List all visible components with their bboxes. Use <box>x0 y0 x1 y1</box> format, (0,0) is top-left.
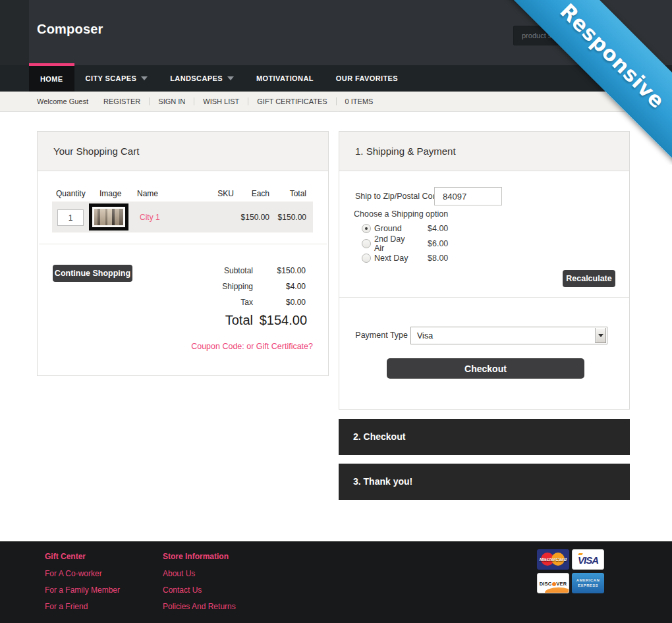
nav-item-label: MOTIVATIONAL <box>256 74 314 82</box>
shipping-option-next-day[interactable]: Next Day $8.00 <box>362 253 448 263</box>
recalculate-button[interactable]: Recalculate <box>563 270 615 287</box>
shopping-cart-panel: Your Shopping Cart Quantity Image Name S… <box>37 131 329 376</box>
product-thumbnail[interactable] <box>89 203 128 230</box>
contact-us-link[interactable]: Contact Us <box>163 585 236 595</box>
column-header-total: Total <box>290 189 306 198</box>
payment-type-select[interactable]: Visa <box>410 327 607 344</box>
option-price: $6.00 <box>428 239 448 248</box>
footer-column-store-information: Store Information About Us Contact Us Po… <box>163 552 236 618</box>
shipping-option-ground[interactable]: Ground $4.00 <box>362 223 448 233</box>
main-nav: HOME CITY SCAPES LANDSCAPES MOTIVATIONAL… <box>0 65 672 92</box>
continue-shopping-button[interactable]: Continue Shopping <box>53 265 132 282</box>
coupon-gift-certificate-link[interactable]: Coupon Code: or Gift Certificate? <box>191 342 313 351</box>
visa-icon: VISA <box>572 549 604 570</box>
section-divider <box>339 297 629 298</box>
zip-label: Ship to Zip/Postal Code <box>355 192 441 201</box>
payment-type-value: Visa <box>417 331 433 340</box>
nav-item-home[interactable]: HOME <box>29 63 74 92</box>
site-header: Composer <box>0 0 672 65</box>
shipping-payment-panel: 1. Shipping & Payment Ship to Zip/Postal… <box>339 131 630 410</box>
quantity-input[interactable] <box>57 209 84 226</box>
table-bottom-rule <box>39 244 327 244</box>
discover-icon: DISCVER <box>537 573 569 593</box>
zip-input[interactable] <box>434 187 502 205</box>
shipping-panel-title: 1. Shipping & Payment <box>339 132 629 171</box>
store-information-link[interactable]: Store Information <box>163 552 236 561</box>
product-name-link[interactable]: City 1 <box>140 213 160 222</box>
shipping-option-label: Choose a Shipping option <box>354 209 448 219</box>
tax-value: $0.00 <box>286 298 306 307</box>
account-bar: Welcome Guest REGISTER SIGN IN WISH LIST… <box>0 92 672 112</box>
total-value: $154.00 <box>260 313 307 328</box>
radio-label[interactable]: Ground <box>374 224 414 233</box>
for-a-friend-link[interactable]: For a Friend <box>45 602 120 611</box>
chevron-down-icon <box>227 76 234 80</box>
column-header-sku: SKU <box>217 189 234 198</box>
welcome-text: Welcome Guest <box>37 97 88 105</box>
amex-icon: AMERICANEXPRESS <box>572 573 604 593</box>
city-photo <box>94 209 123 225</box>
about-us-link[interactable]: About Us <box>163 569 236 578</box>
shipping-option-2nd-day-air[interactable]: 2nd Day Air $6.00 <box>362 238 448 248</box>
nav-item-motivational[interactable]: MOTIVATIONAL <box>245 65 325 92</box>
for-a-coworker-link[interactable]: For A Co-worker <box>45 569 120 578</box>
item-each-price: $150.00 <box>241 213 269 222</box>
chevron-down-icon <box>141 76 148 80</box>
gift-center-link[interactable]: Gift Center <box>45 552 120 561</box>
wish-list-link[interactable]: WISH LIST <box>194 97 248 105</box>
subtotal-value: $150.00 <box>277 266 306 275</box>
nav-item-label: HOME <box>40 75 63 83</box>
nav-item-label: LANDSCAPES <box>170 74 223 82</box>
step-checkout-bar: 2. Checkout <box>339 419 630 455</box>
option-price: $8.00 <box>428 254 448 263</box>
column-header-name: Name <box>137 189 158 198</box>
nav-item-label: OUR FAVORITES <box>336 74 398 82</box>
register-link[interactable]: REGISTER <box>95 97 149 105</box>
site-logo[interactable]: Composer <box>37 22 103 37</box>
thumbnail-matte <box>92 207 125 227</box>
footer-column-gift-center: Gift Center For A Co-worker For a Family… <box>45 552 120 618</box>
column-header-image: Image <box>99 189 121 198</box>
policies-and-returns-link[interactable]: Policies And Returns <box>163 602 236 611</box>
radio-label[interactable]: 2nd Day Air <box>374 234 414 253</box>
column-header-each: Each <box>252 189 269 198</box>
payment-type-label: Payment Type <box>355 331 408 340</box>
nav-item-landscapes[interactable]: LANDSCAPES <box>159 65 245 92</box>
for-a-family-member-link[interactable]: For a Family Member <box>45 585 120 595</box>
column-header-quantity: Quantity <box>56 189 86 198</box>
option-price: $4.00 <box>428 224 448 233</box>
total-label: Total <box>225 313 253 328</box>
shipping-label: Shipping <box>222 282 253 291</box>
tax-label: Tax <box>240 298 253 307</box>
item-total-price: $150.00 <box>278 213 306 222</box>
page: Composer Responsive HOME CITY SCAPES LAN… <box>0 0 672 623</box>
nav-item-our-favorites[interactable]: OUR FAVORITES <box>325 65 409 92</box>
radio-icon[interactable] <box>362 224 371 233</box>
chevron-down-icon <box>598 334 603 337</box>
cart-items-link[interactable]: 0 ITEMS <box>336 97 382 105</box>
step-thank-you-bar: 3. Thank you! <box>339 464 630 500</box>
select-dropdown-button[interactable] <box>595 328 606 343</box>
gift-certificates-link[interactable]: GIFT CERTIFICATES <box>248 97 335 105</box>
subtotal-label: Subtotal <box>224 266 253 275</box>
nav-item-city-scapes[interactable]: CITY SCAPES <box>74 65 159 92</box>
mastercard-icon: MasterCard <box>537 549 569 570</box>
site-footer: Gift Center For A Co-worker For a Family… <box>0 541 672 623</box>
checkout-button[interactable]: Checkout <box>387 358 584 379</box>
radio-icon[interactable] <box>362 239 371 248</box>
cart-panel-title: Your Shopping Cart <box>38 132 328 171</box>
radio-label[interactable]: Next Day <box>374 254 414 263</box>
search-input[interactable] <box>513 26 613 45</box>
shipping-value: $4.00 <box>286 282 306 291</box>
sign-in-link[interactable]: SIGN IN <box>149 97 194 105</box>
radio-icon[interactable] <box>362 254 371 263</box>
nav-item-label: CITY SCAPES <box>86 74 137 82</box>
